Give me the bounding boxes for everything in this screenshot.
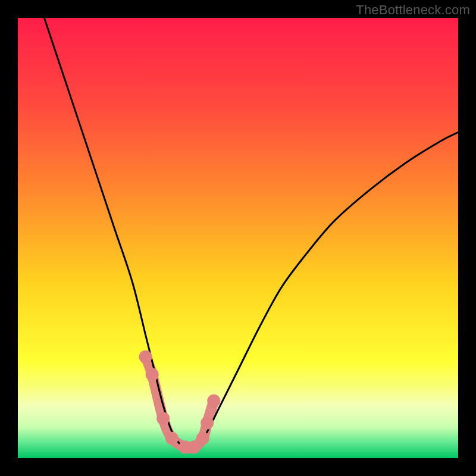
- marker-dot: [207, 394, 220, 408]
- watermark-text: TheBottleneck.com: [356, 2, 470, 18]
- marker-dot: [156, 412, 170, 425]
- chart-frame: TheBottleneck.com: [0, 0, 476, 476]
- marker-dot: [165, 432, 178, 445]
- chart-svg: [18, 18, 458, 458]
- marker-dot: [196, 432, 209, 445]
- marker-dot: [146, 368, 159, 381]
- bottleneck-curve: [44, 18, 458, 449]
- plot-area: [18, 18, 458, 458]
- marker-dot: [201, 416, 214, 430]
- marker-dot: [139, 350, 152, 364]
